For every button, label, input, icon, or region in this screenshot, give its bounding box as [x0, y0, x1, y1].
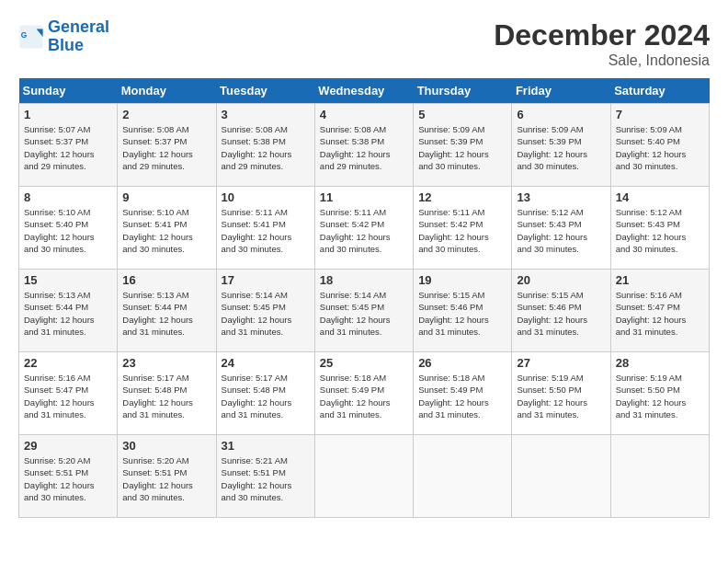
day-info: Sunrise: 5:13 AM Sunset: 5:44 PM Dayligh… [122, 289, 210, 338]
calendar-cell: 16Sunrise: 5:13 AM Sunset: 5:44 PM Dayli… [118, 270, 216, 352]
calendar-cell: 2Sunrise: 5:08 AM Sunset: 5:37 PM Daylig… [118, 104, 216, 187]
day-number: 31 [222, 439, 310, 453]
calendar-cell: 20Sunrise: 5:15 AM Sunset: 5:46 PM Dayli… [512, 270, 610, 352]
day-info: Sunrise: 5:12 AM Sunset: 5:43 PM Dayligh… [517, 206, 605, 255]
day-info: Sunrise: 5:14 AM Sunset: 5:45 PM Dayligh… [222, 289, 310, 338]
calendar-cell [610, 435, 709, 518]
day-info: Sunrise: 5:08 AM Sunset: 5:38 PM Dayligh… [222, 123, 310, 172]
day-number: 24 [222, 356, 310, 370]
header-monday: Monday [118, 78, 216, 104]
day-number: 23 [122, 356, 210, 370]
day-number: 25 [320, 356, 408, 370]
calendar-table: Sunday Monday Tuesday Wednesday Thursday… [18, 78, 710, 518]
day-info: Sunrise: 5:13 AM Sunset: 5:44 PM Dayligh… [24, 289, 112, 338]
logo-line2: Blue [48, 36, 84, 54]
day-number: 20 [517, 273, 605, 287]
calendar-cell: 21Sunrise: 5:16 AM Sunset: 5:47 PM Dayli… [610, 270, 709, 352]
day-info: Sunrise: 5:21 AM Sunset: 5:51 PM Dayligh… [222, 454, 310, 503]
calendar-cell: 15Sunrise: 5:13 AM Sunset: 5:44 PM Dayli… [19, 270, 118, 352]
header-friday: Friday [512, 78, 610, 104]
day-info: Sunrise: 5:08 AM Sunset: 5:38 PM Dayligh… [320, 123, 408, 172]
day-number: 5 [418, 108, 506, 121]
day-number: 4 [320, 108, 408, 121]
day-info: Sunrise: 5:15 AM Sunset: 5:46 PM Dayligh… [418, 289, 506, 338]
calendar-cell: 11Sunrise: 5:11 AM Sunset: 5:42 PM Dayli… [314, 187, 413, 270]
day-info: Sunrise: 5:19 AM Sunset: 5:50 PM Dayligh… [517, 372, 605, 420]
svg-text:G: G [21, 30, 28, 40]
day-number: 21 [616, 273, 704, 287]
calendar-cell: 17Sunrise: 5:14 AM Sunset: 5:45 PM Dayli… [216, 270, 314, 352]
day-info: Sunrise: 5:09 AM Sunset: 5:40 PM Dayligh… [616, 123, 704, 172]
calendar-cell: 1Sunrise: 5:07 AM Sunset: 5:37 PM Daylig… [19, 104, 118, 187]
calendar-cell: 23Sunrise: 5:17 AM Sunset: 5:48 PM Dayli… [118, 352, 216, 435]
day-info: Sunrise: 5:15 AM Sunset: 5:46 PM Dayligh… [517, 289, 605, 338]
calendar-week-3: 15Sunrise: 5:13 AM Sunset: 5:44 PM Dayli… [19, 270, 710, 352]
calendar-cell: 28Sunrise: 5:19 AM Sunset: 5:50 PM Dayli… [610, 352, 709, 435]
day-info: Sunrise: 5:11 AM Sunset: 5:42 PM Dayligh… [320, 206, 408, 255]
header-thursday: Thursday [414, 78, 512, 104]
calendar-cell: 7Sunrise: 5:09 AM Sunset: 5:40 PM Daylig… [610, 104, 709, 187]
logo: G General Blue [18, 18, 109, 55]
calendar-cell [414, 435, 512, 518]
calendar-cell: 9Sunrise: 5:10 AM Sunset: 5:41 PM Daylig… [118, 187, 216, 270]
day-info: Sunrise: 5:12 AM Sunset: 5:43 PM Dayligh… [616, 206, 704, 255]
calendar-subtitle: Sale, Indonesia [494, 52, 710, 69]
calendar-cell: 29Sunrise: 5:20 AM Sunset: 5:51 PM Dayli… [19, 435, 118, 518]
day-info: Sunrise: 5:07 AM Sunset: 5:37 PM Dayligh… [24, 123, 112, 172]
day-number: 2 [122, 108, 210, 121]
day-info: Sunrise: 5:08 AM Sunset: 5:37 PM Dayligh… [122, 123, 210, 172]
calendar-header: Sunday Monday Tuesday Wednesday Thursday… [19, 78, 710, 104]
day-number: 29 [24, 439, 112, 453]
calendar-week-5: 29Sunrise: 5:20 AM Sunset: 5:51 PM Dayli… [19, 435, 710, 518]
calendar-body: 1Sunrise: 5:07 AM Sunset: 5:37 PM Daylig… [19, 104, 710, 518]
day-info: Sunrise: 5:17 AM Sunset: 5:48 PM Dayligh… [222, 372, 310, 420]
day-info: Sunrise: 5:16 AM Sunset: 5:47 PM Dayligh… [616, 289, 704, 338]
day-info: Sunrise: 5:16 AM Sunset: 5:47 PM Dayligh… [24, 372, 112, 420]
logo-icon: G [18, 24, 44, 50]
calendar-cell: 18Sunrise: 5:14 AM Sunset: 5:45 PM Dayli… [314, 270, 413, 352]
day-info: Sunrise: 5:09 AM Sunset: 5:39 PM Dayligh… [517, 123, 605, 172]
day-info: Sunrise: 5:17 AM Sunset: 5:48 PM Dayligh… [122, 372, 210, 420]
calendar-cell: 27Sunrise: 5:19 AM Sunset: 5:50 PM Dayli… [512, 352, 610, 435]
header-saturday: Saturday [610, 78, 709, 104]
day-number: 22 [24, 356, 112, 370]
calendar-cell: 25Sunrise: 5:18 AM Sunset: 5:49 PM Dayli… [314, 352, 413, 435]
day-number: 30 [122, 439, 210, 453]
calendar-week-4: 22Sunrise: 5:16 AM Sunset: 5:47 PM Dayli… [19, 352, 710, 435]
day-number: 27 [517, 356, 605, 370]
calendar-week-2: 8Sunrise: 5:10 AM Sunset: 5:40 PM Daylig… [19, 187, 710, 270]
calendar-cell: 4Sunrise: 5:08 AM Sunset: 5:38 PM Daylig… [314, 104, 413, 187]
day-number: 18 [320, 273, 408, 287]
day-number: 17 [222, 273, 310, 287]
page-header: G General Blue December 2024 Sale, Indon… [18, 18, 710, 69]
day-number: 11 [320, 190, 408, 204]
calendar-cell [314, 435, 413, 518]
day-number: 14 [616, 190, 704, 204]
day-info: Sunrise: 5:14 AM Sunset: 5:45 PM Dayligh… [320, 289, 408, 338]
header-sunday: Sunday [19, 78, 118, 104]
calendar-cell: 10Sunrise: 5:11 AM Sunset: 5:41 PM Dayli… [216, 187, 314, 270]
day-number: 26 [418, 356, 506, 370]
logo-text: General Blue [48, 18, 109, 55]
day-number: 8 [24, 190, 112, 204]
day-info: Sunrise: 5:18 AM Sunset: 5:49 PM Dayligh… [320, 372, 408, 420]
day-info: Sunrise: 5:20 AM Sunset: 5:51 PM Dayligh… [122, 454, 210, 503]
day-number: 19 [418, 273, 506, 287]
day-number: 10 [222, 190, 310, 204]
calendar-cell: 22Sunrise: 5:16 AM Sunset: 5:47 PM Dayli… [19, 352, 118, 435]
calendar-cell: 24Sunrise: 5:17 AM Sunset: 5:48 PM Dayli… [216, 352, 314, 435]
calendar-cell: 8Sunrise: 5:10 AM Sunset: 5:40 PM Daylig… [19, 187, 118, 270]
calendar-cell: 5Sunrise: 5:09 AM Sunset: 5:39 PM Daylig… [414, 104, 512, 187]
day-info: Sunrise: 5:10 AM Sunset: 5:40 PM Dayligh… [24, 206, 112, 255]
day-number: 7 [616, 108, 704, 121]
logo-line1: General [48, 17, 109, 36]
calendar-cell: 3Sunrise: 5:08 AM Sunset: 5:38 PM Daylig… [216, 104, 314, 187]
day-info: Sunrise: 5:18 AM Sunset: 5:49 PM Dayligh… [418, 372, 506, 420]
day-info: Sunrise: 5:11 AM Sunset: 5:42 PM Dayligh… [418, 206, 506, 255]
calendar-title: December 2024 [494, 18, 710, 52]
calendar-cell: 26Sunrise: 5:18 AM Sunset: 5:49 PM Dayli… [414, 352, 512, 435]
day-number: 13 [517, 190, 605, 204]
calendar-cell: 31Sunrise: 5:21 AM Sunset: 5:51 PM Dayli… [216, 435, 314, 518]
calendar-cell: 14Sunrise: 5:12 AM Sunset: 5:43 PM Dayli… [610, 187, 709, 270]
day-number: 9 [122, 190, 210, 204]
